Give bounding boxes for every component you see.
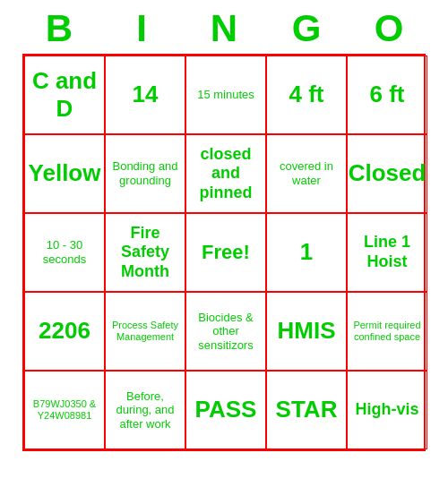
header-i: I	[106, 7, 177, 50]
cell-r1-c4: Closed	[347, 134, 427, 213]
cell-r2-c2: Free!	[185, 213, 266, 292]
cell-r0-c1: 14	[105, 56, 185, 134]
cell-r4-c3: STAR	[266, 371, 347, 449]
cell-r0-c4: 6 ft	[347, 56, 427, 134]
cell-r4-c1: Before, during, and after work	[105, 371, 185, 449]
header-n: N	[188, 7, 260, 50]
cell-r1-c3: covered in water	[266, 134, 347, 213]
cell-r1-c1: Bonding and grounding	[105, 134, 185, 213]
header-o: O	[353, 7, 425, 50]
cell-r3-c0: 2206	[24, 292, 105, 371]
cell-r3-c1: Process Safety Management	[105, 292, 185, 371]
cell-r2-c1: Fire Safety Month	[105, 213, 185, 292]
cell-r3-c4: Permit required confined space	[347, 292, 427, 371]
cell-r2-c0: 10 - 30 seconds	[24, 213, 105, 292]
cell-r4-c0: B79WJ0350 & Y24W08981	[24, 371, 105, 449]
bingo-grid: C and D1415 minutes4 ft6 ftYellowBonding…	[22, 54, 426, 451]
header-b: B	[23, 7, 95, 50]
cell-r2-c4: Line 1 Hoist	[347, 213, 427, 292]
cell-r4-c4: High-vis	[347, 371, 427, 449]
cell-r3-c3: HMIS	[266, 292, 347, 371]
cell-r0-c2: 15 minutes	[185, 56, 266, 134]
cell-r1-c0: Yellow	[24, 134, 105, 213]
cell-r0-c0: C and D	[24, 56, 105, 134]
header-g: G	[271, 7, 342, 50]
cell-r0-c3: 4 ft	[266, 56, 347, 134]
cell-r3-c2: Biocides & other sensitizors	[185, 292, 266, 371]
bingo-header: B I N G O	[18, 0, 430, 54]
cell-r4-c2: PASS	[185, 371, 266, 449]
cell-r2-c3: 1	[266, 213, 347, 292]
cell-r1-c2: closed and pinned	[185, 134, 266, 213]
